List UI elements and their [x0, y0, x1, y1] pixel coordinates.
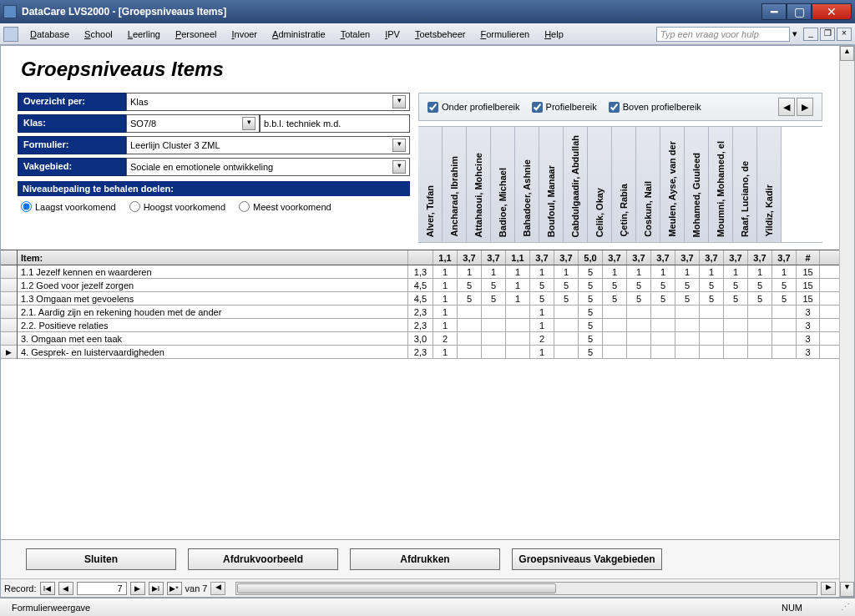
child-minimize-button[interactable]: _: [803, 28, 818, 41]
cell-val: [651, 319, 675, 331]
overzicht-label: Overzicht per:: [18, 93, 126, 111]
vakgebied-select[interactable]: Sociale en emotionele ontwikkeling ▾: [126, 158, 410, 176]
cell-val: [772, 319, 797, 331]
record-number-input[interactable]: [77, 582, 127, 595]
cell-count: 15: [797, 265, 820, 278]
table-row[interactable]: 1.2 Goed voor jezelf zorgen4,51551555555…: [18, 279, 839, 292]
record-next-button[interactable]: ▶: [130, 582, 145, 595]
cell-val: [724, 332, 748, 345]
table-row[interactable]: 2.2. Positieve relaties2,31153: [18, 319, 839, 332]
maximize-button[interactable]: ▢: [787, 3, 812, 20]
menu-item-school[interactable]: School: [78, 26, 119, 43]
cell-val: [482, 332, 506, 345]
record-prev-button[interactable]: ◀: [58, 582, 73, 595]
help-search-input[interactable]: [656, 27, 790, 42]
table-row[interactable]: 1.3 Omgaan met gevoelens4,51551555555555…: [18, 292, 839, 305]
vscroll-down-button[interactable]: ▼: [840, 582, 854, 597]
cell-val: [506, 305, 530, 318]
vakgebieden-button[interactable]: Groepsniveaus Vakgebieden: [512, 548, 662, 570]
onder-checkbox[interactable]: Onder profielbereik: [428, 102, 520, 113]
record-last-button[interactable]: ▶I: [149, 582, 164, 595]
cell-val: [482, 346, 506, 358]
row-selector[interactable]: [1, 346, 17, 359]
menu-item-ipv[interactable]: IPV: [378, 26, 407, 43]
menu-item-administratie[interactable]: Administratie: [266, 26, 332, 43]
child-restore-button[interactable]: ❐: [820, 28, 835, 41]
cell-val: 1: [627, 265, 651, 278]
help-dropdown-icon[interactable]: ▾: [790, 28, 800, 39]
close-button[interactable]: ✕: [812, 3, 852, 20]
cell-val: [458, 319, 482, 331]
vscroll-up-button[interactable]: ▲: [840, 46, 854, 61]
table-row[interactable]: 1.1 Jezelf kennen en waarderen1,31111115…: [18, 265, 839, 279]
formulier-select[interactable]: Leerlijn Cluster 3 ZML ▾: [126, 136, 410, 154]
nav-left-button[interactable]: ◀: [778, 98, 795, 116]
row-selector[interactable]: [1, 319, 17, 332]
student-header: Coskun, Nail: [636, 127, 660, 242]
nav-right-button[interactable]: ▶: [797, 98, 813, 116]
record-first-button[interactable]: I◀: [40, 582, 55, 595]
cell-val: 5: [579, 332, 603, 345]
dropdown-icon[interactable]: ▾: [392, 139, 406, 152]
record-new-button[interactable]: ▶*: [167, 582, 182, 595]
sluiten-button[interactable]: Sluiten: [26, 548, 176, 570]
afdrukken-button[interactable]: Afdrukken: [350, 548, 500, 570]
menu-item-invoer[interactable]: Invoer: [225, 26, 264, 43]
row-selector[interactable]: [1, 332, 17, 346]
minimize-button[interactable]: ━: [761, 3, 787, 20]
dropdown-icon[interactable]: ▾: [392, 95, 406, 109]
table-row[interactable]: 4. Gesprek- en luistervaardigheden2,3115…: [18, 346, 839, 359]
klas-extra-field[interactable]: b.b.l. techniek m.d.: [260, 114, 410, 133]
niveaubepaling-radio-2[interactable]: Meest voorkomend: [239, 201, 331, 212]
button-bar: Sluiten Afdrukvoorbeeld Afdrukken Groeps…: [1, 539, 839, 578]
cell-val: [748, 319, 772, 331]
cell-count: 15: [797, 279, 820, 291]
table-row[interactable]: 3. Omgaan met een taak3,02253: [18, 332, 839, 346]
overzicht-select[interactable]: Klas ▾: [126, 93, 410, 111]
menu-bar: DatabaseSchoolLeerlingPersoneelInvoerAdm…: [0, 23, 855, 45]
mdi-system-icon[interactable]: [3, 27, 18, 42]
afdrukvoorbeeld-button[interactable]: Afdrukvoorbeeld: [188, 548, 338, 570]
hscroll-right-button[interactable]: ▶: [821, 582, 836, 595]
cell-val: [700, 305, 724, 318]
row-selector[interactable]: [1, 279, 17, 292]
menu-item-toetsbeheer[interactable]: Toetsbeheer: [408, 26, 473, 43]
student-header: Attahaoui, Mohcine: [467, 127, 491, 242]
cell-val: 5: [675, 292, 700, 305]
dropdown-icon[interactable]: ▾: [392, 160, 406, 174]
menu-item-personeel[interactable]: Personeel: [169, 26, 224, 43]
hscroll-left-button[interactable]: ◀: [210, 582, 225, 595]
cell-val: 1: [482, 265, 506, 278]
cell-count: 3: [797, 305, 820, 318]
profiel-checkbox[interactable]: Profielbereik: [532, 102, 597, 113]
col-count-header: #: [797, 250, 820, 265]
horizontal-scrollbar[interactable]: [235, 582, 817, 595]
boven-checkbox[interactable]: Boven profielbereik: [609, 102, 701, 113]
menu-item-formulieren[interactable]: Formulieren: [473, 26, 536, 43]
menu-item-leerling[interactable]: Leerling: [121, 26, 167, 43]
menu-item-totalen[interactable]: Totalen: [334, 26, 377, 43]
row-selector[interactable]: [1, 292, 17, 305]
child-close-button[interactable]: ×: [837, 28, 852, 41]
student-header: Çetin, Rabia: [612, 127, 636, 242]
dropdown-icon[interactable]: ▾: [242, 117, 255, 130]
vertical-scrollbar[interactable]: ▲ ▼: [839, 46, 854, 597]
row-selector[interactable]: [1, 265, 17, 279]
cell-val: [627, 319, 651, 331]
cell-val: 1: [506, 292, 530, 305]
menu-item-database[interactable]: Database: [23, 26, 76, 43]
cell-val: [506, 332, 530, 345]
resize-grip-icon[interactable]: ⋰: [841, 602, 850, 613]
niveaubepaling-radio-1[interactable]: Hoogst voorkomend: [129, 201, 225, 212]
cell-val: 5: [651, 279, 675, 291]
menu-item-help[interactable]: Help: [538, 26, 570, 43]
klas-select[interactable]: SO7/8 ▾: [126, 114, 260, 133]
niveaubepaling-radio-0[interactable]: Laagst voorkomend: [21, 201, 116, 212]
cell-val: 5: [772, 279, 797, 291]
row-selector[interactable]: [1, 305, 17, 319]
student-head-val: 3,7: [748, 250, 772, 265]
cell-val: 5: [554, 292, 579, 305]
table-row[interactable]: 2.1. Aardig zijn en rekening houden met …: [18, 305, 839, 319]
cell-val: 5: [748, 292, 772, 305]
student-head-val: 3,7: [724, 250, 748, 265]
